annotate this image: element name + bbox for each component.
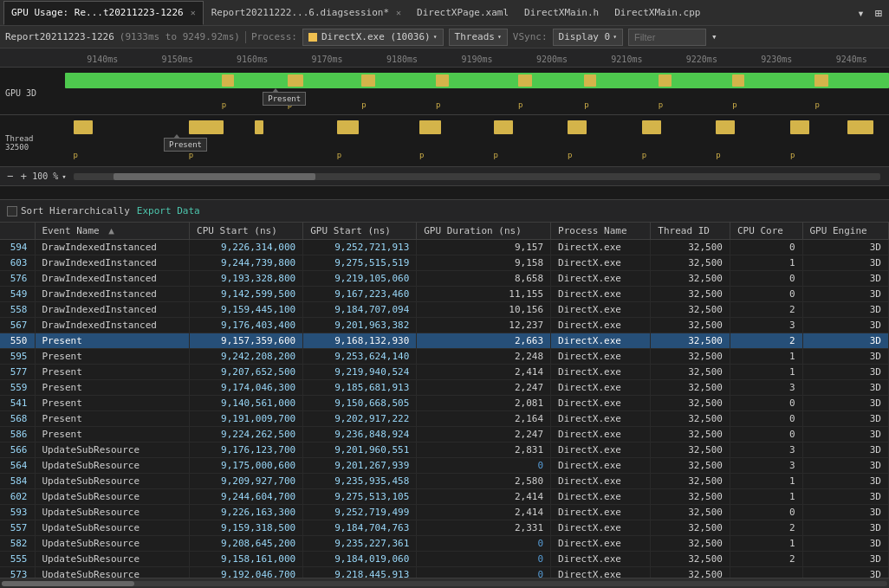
gpu-3d-content[interactable]: p p p p p p p p p Present — [65, 68, 889, 114]
tab-overflow-icon[interactable]: ▾ — [853, 6, 867, 20]
table-row[interactable]: 550 Present 9,157,359,600 9,168,132,930 … — [0, 333, 889, 349]
cell-thread-id: 32,500 — [651, 458, 730, 474]
table-row[interactable]: 567 DrawIndexedInstanced 9,176,403,400 9… — [0, 318, 889, 333]
cell-event-name: DrawIndexedInstanced — [35, 302, 190, 318]
cell-gpu-duration: 2,414 — [417, 505, 551, 520]
table-row[interactable]: 541 Present 9,140,561,000 9,150,668,505 … — [0, 396, 889, 411]
p-label-8: p — [732, 100, 737, 109]
cell-cpu-core: 3 — [730, 458, 802, 474]
cell-gpu-start: 9,252,721,913 — [303, 240, 417, 255]
cell-cpu-core: 0 — [730, 396, 802, 411]
cell-gpu-start: 9,184,707,094 — [303, 302, 417, 318]
cell-gpu-start: 9,218,445,913 — [303, 567, 417, 578]
time-label-5: 9190ms — [439, 55, 514, 64]
filter-input[interactable] — [628, 29, 706, 46]
sort-hierarchically-label[interactable]: Sort Hierarchically — [7, 205, 130, 216]
table-row[interactable]: 586 Present 9,224,262,500 9,236,848,924 … — [0, 427, 889, 443]
col-header-gpu-engine[interactable]: GPU Engine — [802, 223, 889, 240]
table-row[interactable]: 566 UpdateSubResource 9,176,123,700 9,20… — [0, 443, 889, 458]
zoom-level: 100 % — [32, 171, 58, 181]
table-row[interactable]: 549 DrawIndexedInstanced 9,142,599,500 9… — [0, 287, 889, 302]
cell-event-name: DrawIndexedInstanced — [35, 271, 190, 287]
table-row[interactable]: 558 DrawIndexedInstanced 9,159,445,100 9… — [0, 302, 889, 318]
table-row[interactable]: 603 DrawIndexedInstanced 9,244,739,800 9… — [0, 255, 889, 271]
export-data-btn[interactable]: Export Data — [137, 205, 200, 216]
cell-row-num: 602 — [0, 489, 35, 505]
horizontal-scrollbar[interactable] — [0, 578, 889, 588]
cell-cpu-start: 9,176,403,400 — [190, 318, 303, 333]
filter-dropdown-icon[interactable]: ▾ — [711, 31, 717, 42]
tab-directxmain-cpp[interactable]: DirectXMain.cpp — [607, 1, 708, 25]
table-row[interactable]: 576 DrawIndexedInstanced 9,193,328,800 9… — [0, 271, 889, 287]
time-label-10: 9240ms — [814, 55, 889, 64]
cell-thread-id: 32,500 — [651, 380, 730, 396]
table-row[interactable]: 555 UpdateSubResource 9,158,161,000 9,18… — [0, 552, 889, 567]
col-header-thread-id[interactable]: Thread ID — [651, 223, 730, 240]
process-arrow-icon: ▾ — [433, 33, 438, 41]
tab-directxmain-h[interactable]: DirectXMain.h — [516, 1, 607, 25]
col-header-gpu-start[interactable]: GPU Start (ns) — [303, 223, 417, 240]
main-area: 9140ms 9150ms 9160ms 9170ms 9180ms 9190m… — [0, 48, 889, 588]
zoom-in-btn[interactable]: + — [19, 171, 29, 182]
data-table-container[interactable]: Event Name ▲ CPU Start (ns) GPU Start (n… — [0, 223, 889, 578]
cell-gpu-duration: 2,164 — [417, 411, 551, 427]
cell-thread-id: 32,500 — [651, 349, 730, 365]
cell-cpu-start: 9,244,739,800 — [190, 255, 303, 271]
cell-gpu-start: 9,235,935,458 — [303, 474, 417, 489]
table-row[interactable]: 593 UpdateSubResource 9,226,163,300 9,25… — [0, 505, 889, 520]
tab-directxpage[interactable]: DirectXPage.xaml — [409, 1, 516, 25]
thread-content[interactable]: p p p p p p p p p Present — [65, 115, 889, 166]
gpu-3d-track[interactable]: GPU 3D p p p p p p — [0, 68, 889, 115]
tab-diagsession[interactable]: Report20211222...6.diagsession* ✕ — [204, 1, 409, 25]
p-label-6: p — [584, 100, 588, 109]
tab-settings-icon[interactable]: ⊞ — [872, 6, 886, 20]
table-row[interactable]: 557 UpdateSubResource 9,159,318,500 9,18… — [0, 520, 889, 536]
table-row[interactable]: 584 UpdateSubResource 9,209,927,700 9,23… — [0, 474, 889, 489]
cell-thread-id: 32,500 — [651, 520, 730, 536]
tab-label: DirectXMain.cpp — [614, 7, 700, 18]
cell-thread-id: 32,500 — [651, 505, 730, 520]
cell-process-name: DirectX.exe — [551, 567, 651, 578]
cell-gpu-engine: 3D — [802, 489, 889, 505]
cell-cpu-start: 9,140,561,000 — [190, 396, 303, 411]
table-row[interactable]: 582 UpdateSubResource 9,208,645,200 9,23… — [0, 536, 889, 552]
sort-hierarchically-checkbox[interactable] — [7, 206, 17, 216]
event-marker-9 — [814, 74, 828, 87]
cell-gpu-engine: 3D — [802, 505, 889, 520]
col-header-event-name[interactable]: Event Name ▲ — [35, 223, 190, 240]
h-scrollbar-track[interactable] — [2, 581, 887, 586]
process-value: DirectX.exe (10036) — [321, 31, 431, 42]
table-row[interactable]: 595 Present 9,242,208,200 9,253,624,140 … — [0, 349, 889, 365]
col-header-cpu-start[interactable]: CPU Start (ns) — [190, 223, 303, 240]
col-header-cpu-core[interactable]: CPU Core — [730, 223, 802, 240]
tab-gpu-usage[interactable]: GPU Usage: Re...t20211223-1226 ✕ — [3, 1, 204, 25]
tab-close-icon[interactable]: ✕ — [191, 8, 196, 17]
process-selector[interactable]: DirectX.exe (10036) ▾ — [302, 29, 444, 46]
threads-btn[interactable]: Threads ▾ — [449, 29, 508, 46]
tab-close-icon[interactable]: ✕ — [396, 8, 401, 17]
cell-cpu-core: 1 — [730, 349, 802, 365]
table-row[interactable]: 594 DrawIndexedInstanced 9,226,314,000 9… — [0, 240, 889, 255]
table-row[interactable]: 564 UpdateSubResource 9,175,000,600 9,20… — [0, 458, 889, 474]
time-label-9: 9230ms — [739, 55, 814, 64]
event-marker-1 — [222, 74, 234, 87]
table-row[interactable]: 559 Present 9,174,046,300 9,185,681,913 … — [0, 380, 889, 396]
thread-track[interactable]: Thread 32500 p p p p p p — [0, 115, 889, 167]
table-row[interactable]: 568 Present 9,191,009,700 9,202,917,222 … — [0, 411, 889, 427]
col-header-process-name[interactable]: Process Name — [551, 223, 651, 240]
table-row[interactable]: 577 Present 9,207,652,500 9,219,940,524 … — [0, 365, 889, 380]
zoom-dropdown-icon[interactable]: ▾ — [62, 172, 66, 181]
cell-row-num: 550 — [0, 333, 35, 349]
cell-cpu-core: 0 — [730, 411, 802, 427]
cell-process-name: DirectX.exe — [551, 489, 651, 505]
col-header-gpu-duration[interactable]: GPU Duration (ns) — [417, 223, 551, 240]
cell-gpu-engine: 3D — [802, 333, 889, 349]
zoom-out-btn[interactable]: − — [5, 171, 16, 182]
cell-gpu-engine: 3D — [802, 396, 889, 411]
table-row[interactable]: 573 UpdateSubResource 9,192,046,700 9,21… — [0, 567, 889, 578]
display-selector[interactable]: Display 0 ▾ — [553, 29, 623, 46]
zoom-scrollbar[interactable] — [74, 173, 880, 180]
cell-gpu-start: 9,219,940,524 — [303, 365, 417, 380]
table-row[interactable]: 602 UpdateSubResource 9,244,604,700 9,27… — [0, 489, 889, 505]
cell-row-num: 594 — [0, 240, 35, 255]
